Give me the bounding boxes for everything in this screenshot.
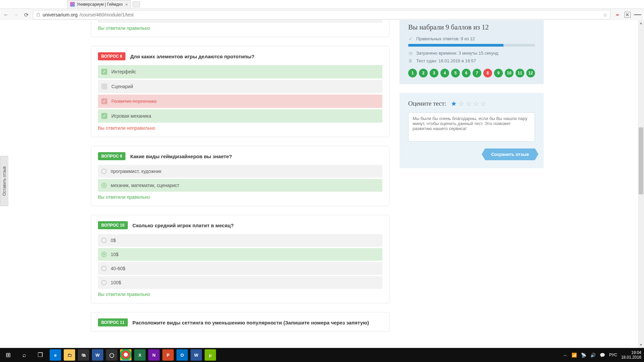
question-nav-item[interactable]: 4	[440, 69, 449, 77]
answer-text: программист, художник	[111, 169, 161, 174]
browser-tabstrip: Универсариум | Геймдиз ×	[0, 0, 644, 8]
extension-icon-1[interactable]: ∞	[614, 11, 621, 18]
question-nav-item[interactable]: 8	[483, 69, 492, 77]
tray-wifi-icon[interactable]: 📡	[581, 353, 586, 358]
question-nav-item[interactable]: 9	[494, 69, 503, 77]
taskbar-app-utorrent[interactable]: μ	[205, 349, 216, 361]
radio-icon	[101, 238, 107, 243]
radio-icon	[101, 280, 107, 285]
answer-option: 40-60$	[98, 262, 382, 275]
question-result: Вы ответили неправильно	[91, 125, 389, 137]
score-title: Вы набрали 9 баллов из 12	[408, 23, 535, 32]
question-nav-item[interactable]: 7	[473, 69, 481, 77]
extension-icon-2[interactable]: K	[625, 12, 631, 18]
back-button[interactable]: ←	[3, 11, 9, 18]
answer-text: Интерфейс	[111, 69, 136, 74]
checkbox-icon: ✓	[101, 113, 107, 119]
url-path: /course/460/module/1/test	[79, 12, 133, 17]
checkbox-icon	[101, 83, 107, 89]
search-button[interactable]: ⌕	[16, 348, 32, 362]
page-icon: 🗋	[36, 12, 41, 17]
tray-notifications-icon[interactable]: 💬	[600, 353, 605, 358]
radio-icon	[101, 169, 107, 174]
scroll-up-arrow[interactable]: ▲	[638, 20, 644, 26]
answer-text: 40-60$	[111, 266, 125, 271]
question-card-10: ВОПРОС 10 Сколько средний игрок платит в…	[91, 215, 389, 303]
question-text: Какие виды геймдизайнеров вы знаете?	[130, 154, 232, 159]
feedback-side-tab[interactable]: Оставить отзыв	[0, 156, 8, 206]
answer-text: 10$	[111, 252, 118, 257]
score-panel: Вы набрали 9 баллов из 12 ✓ Правильных о…	[399, 20, 544, 84]
tray-chevron-icon[interactable]: ︿	[563, 352, 568, 358]
tray-language[interactable]: РУС	[609, 353, 617, 357]
address-bar[interactable]: 🗋 universarium.org/course/460/module/1/t…	[33, 10, 610, 19]
taskbar-app-word2[interactable]: W	[191, 349, 202, 361]
start-button[interactable]: ⊞	[0, 348, 16, 362]
question-nav-item[interactable]: 6	[462, 69, 471, 77]
tab-close-icon[interactable]: ×	[125, 2, 128, 7]
task-view-button[interactable]: ❐	[32, 348, 48, 362]
radio-icon	[101, 252, 107, 257]
taskbar-app-chrome[interactable]	[120, 349, 131, 361]
url-host: universarium.org	[43, 12, 77, 17]
checkbox-icon: ✓	[101, 98, 107, 104]
question-badge: ВОПРОС 9	[98, 152, 125, 160]
question-nav-item[interactable]: 12	[526, 69, 535, 77]
tray-volume-icon[interactable]: 🔊	[590, 353, 596, 358]
forward-button[interactable]: →	[13, 11, 19, 18]
tray-network-icon[interactable]: 📶	[572, 353, 577, 358]
taskbar-app-outlook[interactable]: O	[176, 349, 188, 361]
correct-count: Правильных ответов: 9 из 12	[416, 36, 475, 41]
taskbar-app-edge[interactable]: e	[50, 349, 61, 361]
bookmark-star-icon[interactable]: ☆	[603, 12, 607, 18]
question-nav: 123456789101112	[408, 69, 535, 77]
taskbar-app-store[interactable]: 🛍	[78, 349, 89, 361]
test-date: Тест сдан: 18.01.2016 в 18:57	[416, 58, 476, 63]
star-icon[interactable]: ☆	[480, 100, 486, 108]
answer-option: рабочий код программистов	[98, 20, 382, 23]
answer-text: Развитие персонажа	[111, 99, 157, 104]
star-icon[interactable]: ☆	[473, 100, 479, 108]
answer-option: ✓Развитие персонажа	[98, 95, 382, 108]
new-tab-button[interactable]	[132, 1, 140, 7]
page-viewport: Оставить отзыв рабочий код программистов…	[0, 20, 638, 348]
tab-favicon	[70, 2, 75, 7]
answer-option: 10$	[98, 248, 382, 261]
tray-clock[interactable]: 19:04 18.01.2016	[621, 350, 641, 360]
answer-option: 100$	[98, 276, 382, 289]
question-nav-item[interactable]: 11	[516, 69, 524, 77]
star-icon[interactable]: ☆	[466, 100, 472, 108]
answer-text: 0$	[111, 238, 116, 243]
tab-title: Универсариум | Геймдиз	[77, 2, 122, 7]
save-feedback-button[interactable]: Сохранить отзыв	[485, 148, 535, 160]
question-nav-item[interactable]: 5	[451, 69, 460, 77]
question-nav-item[interactable]: 10	[505, 69, 514, 77]
calendar-icon: 🗓	[408, 59, 413, 63]
scroll-down-arrow[interactable]: ▼	[638, 342, 644, 348]
browser-toolbar: ← → ⟳ 🗋 universarium.org/course/460/modu…	[0, 8, 644, 21]
browser-tab[interactable]: Универсариум | Геймдиз ×	[67, 0, 131, 8]
question-badge: ВОПРОС 11	[98, 318, 128, 326]
taskbar-app-powerpoint[interactable]: P	[162, 349, 174, 361]
feedback-textarea[interactable]	[408, 112, 535, 142]
question-card-8: ВОПРОС 8 Для каких элементов игры делают…	[91, 46, 389, 137]
taskbar-app-onenote[interactable]: N	[148, 349, 160, 361]
taskbar-app-cortana[interactable]: ◯	[106, 349, 117, 361]
answer-option: программист, художник	[98, 165, 382, 178]
star-icon[interactable]: ☆	[458, 100, 464, 108]
taskbar-app-word[interactable]: W	[92, 349, 103, 361]
scrollbar-thumb[interactable]	[639, 127, 643, 194]
vertical-scrollbar[interactable]: ▲ ▼	[638, 20, 644, 348]
question-badge: ВОПРОС 8	[98, 52, 125, 60]
question-nav-item[interactable]: 3	[430, 69, 438, 77]
system-tray: ︿ 📶 📡 🔊 💬 РУС 19:04 18.01.2016	[563, 350, 644, 360]
rating-stars[interactable]: ★ ☆ ☆ ☆ ☆	[451, 100, 486, 108]
browser-menu-button[interactable]	[634, 11, 641, 18]
question-nav-item[interactable]: 1	[408, 69, 417, 77]
taskbar-app-excel[interactable]: X	[134, 349, 146, 361]
star-icon[interactable]: ★	[451, 100, 457, 108]
taskbar-app-explorer[interactable]: 🗀	[64, 349, 75, 361]
question-card-9: ВОПРОС 9 Какие виды геймдизайнеров вы зн…	[91, 146, 389, 206]
reload-button[interactable]: ⟳	[23, 11, 30, 18]
question-nav-item[interactable]: 2	[419, 69, 428, 77]
